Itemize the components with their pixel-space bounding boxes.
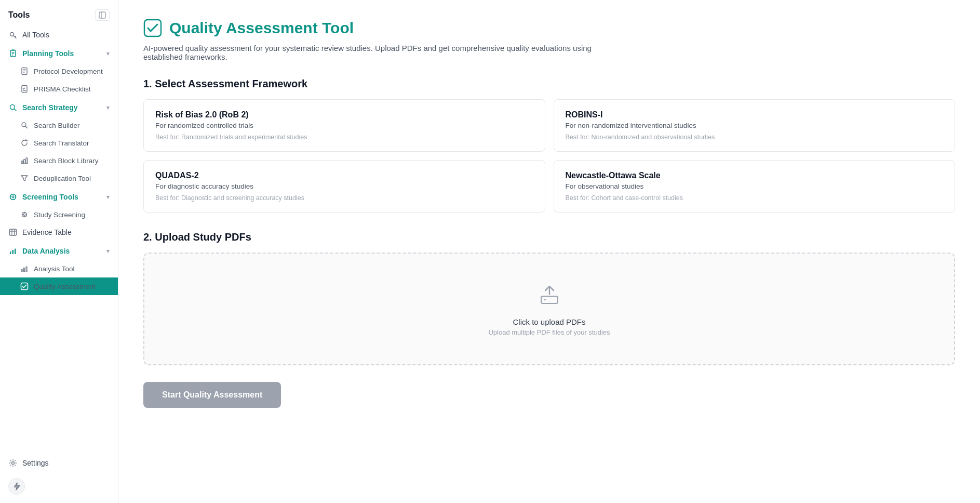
section2-title: 2. Upload Study PDFs [143, 231, 955, 243]
framework-card-rob2[interactable]: Risk of Bias 2.0 (RoB 2) For randomized … [143, 99, 545, 152]
main-content: Quality Assessment Tool AI-powered quali… [118, 0, 980, 503]
framework-card-quadas[interactable]: QUADAS-2 For diagnostic accuracy studies… [143, 160, 545, 213]
upload-label: Click to upload PDFs [513, 317, 585, 326]
sidebar-item-planning-tools[interactable]: Planning Tools ▾ [0, 44, 118, 62]
funnel-icon [20, 174, 29, 183]
table-icon [8, 228, 18, 237]
sidebar-item-evidence-table[interactable]: Evidence Table [0, 223, 118, 241]
sidebar-item-label: Study Screening [34, 211, 85, 219]
sidebar-item-search-builder[interactable]: Search Builder [0, 116, 118, 134]
svg-rect-32 [10, 229, 17, 235]
clipboard-icon [8, 49, 18, 58]
sidebar-item-data-analysis[interactable]: Data Analysis ▾ [0, 241, 118, 260]
sidebar-item-search-strategy[interactable]: Search Strategy ▾ [0, 98, 118, 116]
upload-section: 2. Upload Study PDFs Click to upload PDF… [143, 231, 955, 365]
sidebar-item-prisma-checklist[interactable]: PRISMA Checklist [0, 80, 118, 98]
svg-point-27 [23, 214, 25, 216]
sidebar-item-settings[interactable]: Settings [0, 454, 118, 472]
sidebar-item-label: Evidence Table [22, 228, 72, 236]
svg-point-20 [10, 194, 16, 200]
framework-card-title: Newcastle-Ottawa Scale [566, 171, 944, 180]
sidebar-item-all-tools[interactable]: All Tools [0, 26, 118, 44]
svg-rect-45 [541, 296, 558, 303]
framework-card-desc: For observational studies [566, 182, 944, 190]
sidebar-item-label: Screening Tools [22, 193, 78, 201]
svg-point-43 [12, 462, 15, 465]
key-icon [8, 30, 18, 39]
sidebar-item-study-screening[interactable]: Study Screening [0, 206, 118, 223]
svg-rect-36 [10, 251, 11, 254]
sidebar-item-protocol-development[interactable]: Protocol Development [0, 62, 118, 80]
sidebar-item-label: Protocol Development [34, 68, 103, 75]
upload-sublabel: Upload multiple PDF files of your studie… [488, 328, 610, 336]
svg-line-16 [25, 126, 28, 128]
framework-card-newcastle[interactable]: Newcastle-Ottawa Scale For observational… [554, 160, 956, 213]
framework-card-title: Risk of Bias 2.0 (RoB 2) [155, 110, 533, 120]
framework-card-desc: For diagnostic accuracy studies [155, 182, 533, 190]
start-quality-assessment-button[interactable]: Start Quality Assessment [143, 382, 281, 408]
sidebar-item-label: Search Block Library [34, 157, 99, 165]
svg-rect-0 [99, 12, 105, 18]
svg-point-21 [12, 196, 14, 198]
chart-sub-icon [20, 264, 29, 273]
chart-icon [8, 246, 18, 256]
page-header-icon [143, 19, 162, 37]
sidebar-item-label: Analysis Tool [34, 265, 75, 273]
sidebar-header: Tools [0, 0, 118, 26]
check-active-icon [20, 282, 29, 291]
svg-rect-39 [21, 270, 22, 272]
checklist-icon [20, 84, 29, 94]
search-circle-icon [8, 103, 18, 112]
framework-grid: Risk of Bias 2.0 (RoB 2) For randomized … [143, 99, 955, 213]
svg-rect-18 [24, 160, 25, 164]
sidebar-item-search-block-library[interactable]: Search Block Library [0, 152, 118, 169]
framework-card-best: Best for: Randomized trials and experime… [155, 134, 533, 141]
doc-icon [20, 67, 29, 76]
sidebar-item-label: Quality Assessment [34, 283, 96, 290]
chevron-down-icon: ▾ [106, 104, 110, 111]
lightning-button[interactable] [8, 478, 25, 495]
framework-card-robins[interactable]: ROBINS-I For non-randomized intervention… [554, 99, 956, 152]
sidebar-item-label: Settings [22, 459, 49, 467]
gear-sub-icon [20, 210, 29, 219]
sidebar-item-quality-assessment[interactable]: Quality Assessment [0, 277, 118, 295]
svg-rect-17 [21, 161, 23, 164]
sidebar: Tools All Tools [0, 0, 118, 503]
svg-rect-41 [26, 267, 27, 272]
framework-card-best: Best for: Diagnostic and screening accur… [155, 194, 533, 202]
svg-rect-37 [12, 250, 14, 254]
svg-line-14 [15, 109, 17, 111]
svg-rect-40 [24, 268, 25, 272]
sidebar-item-label: Data Analysis [22, 247, 70, 255]
sidebar-item-screening-tools[interactable]: Screening Tools ▾ [0, 187, 118, 206]
sidebar-item-analysis-tool[interactable]: Analysis Tool [0, 260, 118, 277]
chevron-down-icon: ▾ [106, 248, 110, 255]
gear-icon [8, 458, 18, 468]
chevron-down-icon: ▾ [106, 194, 110, 201]
sidebar-item-deduplication-tool[interactable]: Deduplication Tool [0, 169, 118, 187]
sidebar-item-label: All Tools [22, 31, 49, 39]
svg-rect-11 [22, 86, 27, 92]
sidebar-item-label: PRISMA Checklist [34, 85, 91, 93]
framework-card-title: QUADAS-2 [155, 171, 533, 180]
search-sub-icon [20, 121, 29, 130]
upload-area[interactable]: Click to upload PDFs Upload multiple PDF… [143, 253, 955, 365]
framework-card-desc: For randomized controlled trials [155, 122, 533, 129]
framework-card-best: Best for: Non-randomized and observation… [566, 134, 944, 141]
sidebar-item-label: Search Builder [34, 122, 80, 129]
sidebar-title: Tools [8, 10, 30, 20]
section1-title: 1. Select Assessment Framework [143, 78, 955, 90]
refresh-icon [20, 138, 29, 148]
sidebar-collapse-button[interactable] [95, 9, 110, 21]
framework-card-best: Best for: Cohort and case-control studie… [566, 194, 944, 202]
gear-circle-icon [8, 192, 18, 202]
page-title: Quality Assessment Tool [169, 19, 354, 37]
framework-card-title: ROBINS-I [566, 110, 944, 120]
sidebar-item-label: Planning Tools [22, 49, 74, 58]
chevron-down-icon: ▾ [106, 50, 110, 57]
page-subtitle: AI-powered quality assessment for your s… [143, 44, 611, 61]
framework-card-desc: For non-randomized interventional studie… [566, 122, 944, 129]
sidebar-item-search-translator[interactable]: Search Translator [0, 134, 118, 152]
sidebar-item-label: Deduplication Tool [34, 175, 91, 182]
svg-rect-38 [15, 249, 16, 255]
